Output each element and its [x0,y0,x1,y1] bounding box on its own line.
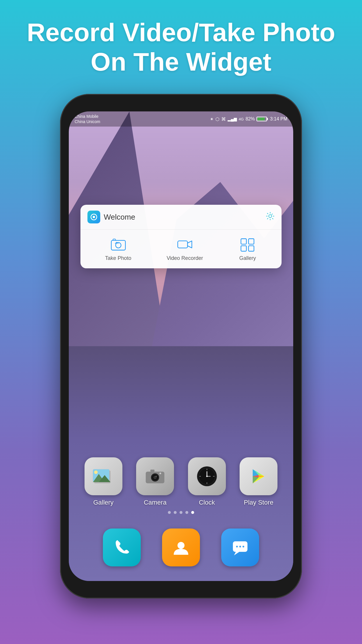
svg-point-32 [206,476,208,477]
widget-header: Welcome [87,211,275,223]
status-time: 3:14 PM [270,116,287,122]
status-bar: China Mobile China Unicom ✴ ⬡ ⌘ ▂▄▆ 4G 8… [69,111,293,127]
app-label-gallery: Gallery [93,499,114,506]
app-row: Gallery [78,457,284,506]
svg-point-39 [239,546,241,547]
app-label-playstore: Play Store [244,499,274,506]
dot-1[interactable] [168,511,171,514]
dot-5[interactable] [191,511,194,514]
phone-wrapper: China Mobile China Unicom ✴ ⬡ ⌘ ▂▄▆ 4G 8… [0,88,362,598]
gallery-icon [85,457,122,495]
bluetooth-icon: ✴ [210,116,214,122]
signal-icon: ▂▄▆ [228,117,237,121]
widget-title-area: Welcome [87,211,135,223]
wifi-icon: ⌘ [221,116,226,122]
dock-item-phone[interactable] [103,528,141,566]
contacts-icon [171,537,191,558]
svg-point-35 [178,542,184,549]
battery-indicator [256,117,267,121]
battery-fill [257,118,265,120]
widget-btn-photo-label: Take Photo [105,255,131,261]
dot-2[interactable] [174,511,177,514]
svg-marker-37 [234,552,239,555]
widget-btn-photo[interactable]: Take Photo [105,237,131,261]
widget: Welcome [80,205,282,268]
page-title: Record Video/Take Photo On The Widget [23,18,339,76]
app-item-camera[interactable]: Camera [132,457,178,506]
clock-icon [188,457,226,495]
app-item-playstore[interactable]: Play Store [235,457,282,506]
svg-rect-2 [111,240,125,250]
carrier-info: China Mobile China Unicom [75,114,100,124]
svg-rect-4 [178,241,187,248]
svg-point-40 [242,546,244,547]
dot-4[interactable] [185,511,188,514]
camera-icon [136,457,174,495]
carrier1: China Mobile [75,114,100,119]
svg-rect-8 [249,246,254,251]
widget-btn-video[interactable]: Video Recorder [167,237,203,261]
title-line2: On The Widget [91,47,271,76]
page-dots [69,511,293,514]
widget-separator [80,229,282,230]
app-label-clock: Clock [199,499,215,506]
camera-photo-icon [109,237,128,252]
widget-buttons: Take Photo Video Recorder [87,237,275,261]
top-banner: Record Video/Take Photo On The Widget [0,0,362,88]
phone-icon [112,537,132,558]
messages-icon [230,537,250,558]
home-apps: Gallery [69,457,293,511]
widget-title: Welcome [104,213,135,222]
video-recorder-icon [175,237,194,252]
app-label-camera: Camera [144,499,166,506]
battery-percent: 82% [245,116,255,122]
title-line1: Record Video/Take Photo [27,18,335,47]
widget-btn-gallery[interactable]: Gallery [238,237,257,261]
bottom-dock [69,528,293,566]
4g-icon: 4G [239,117,244,121]
screen: China Mobile China Unicom ✴ ⬡ ⌘ ▂▄▆ 4G 8… [69,111,293,581]
svg-point-20 [156,476,157,477]
dock-item-contacts[interactable] [162,528,200,566]
phone: China Mobile China Unicom ✴ ⬡ ⌘ ▂▄▆ 4G 8… [60,94,302,598]
status-icons: ✴ ⬡ ⌘ ▂▄▆ 4G 82% 3:14 PM [210,116,287,122]
svg-point-1 [93,216,95,218]
svg-rect-6 [249,239,254,244]
widget-btn-gallery-label: Gallery [239,255,256,261]
svg-point-15 [94,470,98,474]
widget-app-icon [87,211,100,223]
dock-item-messages[interactable] [221,528,259,566]
carrier2: China Unicom [75,119,100,124]
app-item-gallery[interactable]: Gallery [80,457,127,506]
gallery-grid-icon [238,237,257,252]
dot-3[interactable] [180,511,182,514]
app-item-clock[interactable]: Clock [184,457,230,506]
play-store-icon [240,457,277,495]
svg-point-38 [236,546,238,547]
svg-point-22 [159,473,161,474]
usb-icon: ⬡ [215,116,219,122]
svg-rect-21 [150,470,154,472]
widget-btn-video-label: Video Recorder [167,255,203,261]
widget-settings-icon[interactable] [266,212,275,223]
svg-rect-7 [241,246,247,251]
svg-rect-5 [241,239,247,244]
